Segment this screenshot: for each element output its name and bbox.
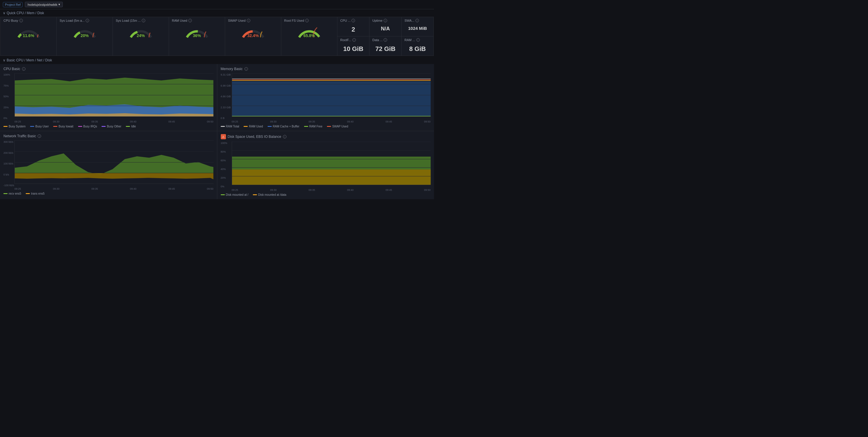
quick-stats-row: CPU Busy i 11.6% Sys Load (5m a... i 20%	[0, 17, 434, 56]
x-labels-disk: 09:25 09:30 09:35 09:40 09:45 09:50	[221, 188, 431, 192]
legend-disk-data: Disk mounted at /data	[253, 193, 286, 196]
header: Project Ref hvdelujxlxstpxkhwbtk ▾	[0, 0, 434, 9]
legend-network: recv ens5 trans ens5	[3, 192, 214, 195]
legend-color-ram-total	[221, 126, 225, 127]
small-stat-title-uptime: Uptime	[372, 19, 382, 22]
info-icon-disk-chart[interactable]: i	[283, 135, 286, 139]
info-icon-ram-used[interactable]: i	[188, 19, 192, 22]
disk-chart-svg	[232, 142, 431, 185]
info-icon-swap-used[interactable]: i	[247, 19, 250, 22]
legend-busy-user: Busy User	[30, 125, 49, 128]
small-stat-ram-size: RAM ... i 8 GiB	[402, 36, 433, 56]
info-icon-sys-load-5m[interactable]: i	[86, 19, 89, 22]
gauge-value-ram-used: 36%	[193, 33, 201, 38]
legend-label-disk-root: Disk mounted at /	[226, 193, 249, 196]
gauge-value-swap-used: 32.4%	[247, 33, 259, 38]
project-ref-dropdown[interactable]: hvdelujxlxstpxkhwbtk ▾	[25, 2, 63, 7]
x-labels-memory: 09:25 09:30 09:35 09:40 09:45 09:50	[221, 120, 431, 123]
gauge-title-sys-load-5m: Sys Load (5m a...	[60, 19, 85, 22]
gauge-swap-used: 32.4%	[240, 24, 266, 38]
small-stat-value-cpu: 2	[340, 24, 366, 34]
small-stat-title-rootfs: RootF...	[340, 38, 351, 42]
svg-marker-3	[232, 81, 431, 116]
chart-area-memory: 9.31 GiB 6.98 GiB 4.66 GiB 2.33 GiB 0 B	[221, 73, 431, 120]
chart-title-network: Network Traffic Basic i	[3, 134, 214, 138]
gauge-title-ram-used: RAM Used	[172, 19, 187, 22]
grid-line	[232, 176, 431, 176]
legend-disk-root: Disk mounted at /	[221, 193, 249, 196]
legend-label-ram-used: RAM Used	[249, 125, 263, 128]
info-icon-swap-size[interactable]: i	[415, 19, 419, 22]
x-labels-network: 09:25 09:30 09:35 09:40 09:45 09:50	[3, 187, 214, 190]
grid-line	[232, 95, 431, 95]
chart-inner-network	[14, 141, 214, 184]
gauge-card-root-fs: Root FS Used i 65.8%	[281, 17, 337, 56]
legend-color-busy-system	[3, 126, 7, 127]
info-icon-sys-load-15m[interactable]: i	[142, 19, 145, 22]
chart-cpu-basic: CPU Basic i 100% 75% 50% 25% 0%	[0, 64, 217, 131]
svg-marker-11	[232, 169, 431, 185]
project-ref-value-text: hvdelujxlxstpxkhwbtk	[28, 3, 57, 6]
legend-label-busy-other: Busy Other	[107, 125, 121, 128]
info-icon-network-chart[interactable]: i	[38, 135, 41, 138]
quick-section-title: Quick CPU / Mem / Disk	[7, 11, 44, 15]
legend-color-ram-cache	[268, 126, 272, 127]
chart-inner-cpu	[14, 73, 214, 117]
legend-busy-other: Busy Other	[101, 125, 121, 128]
project-ref-label: Project Ref	[3, 2, 23, 7]
basic-section-title: Basic CPU / Mem / Net / Disk	[7, 58, 52, 62]
collapse-icon[interactable]: ∨	[3, 11, 5, 15]
legend-color-busy-user	[30, 126, 34, 127]
svg-marker-6	[232, 116, 431, 116]
legend-ram-total: RAM Total	[221, 125, 239, 128]
chart-disk-space: ⚠ Disk Space Used, EBS IO Balance i 100%…	[217, 131, 434, 199]
collapse-icon-basic[interactable]: ∨	[3, 58, 5, 62]
info-icon-ram-size[interactable]: i	[416, 38, 420, 42]
legend-trans-ens5: trans ens5	[26, 192, 44, 195]
info-icon-uptime[interactable]: i	[384, 19, 387, 22]
x-labels-cpu: 09:25 09:30 09:35 09:40 09:45 09:50	[3, 120, 214, 123]
gauge-sys-load-15m: 24%	[128, 24, 154, 38]
gauge-title-cpu-busy: CPU Busy	[3, 19, 18, 22]
legend-label-busy-iowait: Busy Iowait	[58, 125, 73, 128]
small-stat-value-rootfs: 10 GiB	[340, 43, 366, 54]
gauge-card-swap-used: SWAP Used i 32.4%	[225, 17, 281, 56]
legend-color-trans	[26, 193, 30, 194]
info-icon-rootfs-size[interactable]: i	[352, 38, 356, 42]
small-stat-title-ram: RAM ...	[404, 38, 415, 42]
grid-line	[15, 106, 214, 106]
info-icon-root-fs[interactable]: i	[305, 19, 309, 22]
gauge-card-ram-used: RAM Used i 36%	[169, 17, 225, 56]
info-icon-data-disk[interactable]: i	[384, 38, 387, 42]
y-labels-disk: 100% 80% 60% 40% 20% 0%	[221, 142, 232, 188]
legend-cpu: Busy System Busy User Busy Iowait Busy I…	[3, 125, 214, 128]
small-stat-value-ram: 8 GiB	[404, 43, 431, 54]
chart-label-disk: Disk Space Used, EBS IO Balance	[228, 135, 281, 139]
legend-label-busy-system: Busy System	[9, 125, 26, 128]
small-stat-rootfs-size: RootF... i 10 GiB	[337, 36, 369, 56]
grid-line	[232, 150, 431, 151]
small-stat-swap-size: SWA... i 1024 MiB	[402, 17, 433, 36]
legend-label-ram-free: RAM Free	[309, 125, 322, 128]
info-icon-cpu-busy[interactable]: i	[20, 19, 23, 22]
grid-line	[232, 142, 431, 142]
legend-color-ram-free	[304, 126, 308, 127]
legend-ram-used: RAM Used	[244, 125, 263, 128]
legend-swap-used-mem: SWAP Used	[327, 125, 348, 128]
chart-network-basic: Network Traffic Basic i 300 kb/s 200 kb/…	[0, 131, 217, 199]
gauge-cpu-busy: 11.6%	[16, 24, 42, 38]
legend-label-disk-data: Disk mounted at /data	[258, 193, 286, 196]
info-icon-cpu-chart[interactable]: i	[22, 67, 26, 71]
info-icon-memory-chart[interactable]: i	[245, 67, 248, 71]
legend-color-disk-data	[253, 194, 257, 195]
legend-color-idle	[126, 126, 130, 127]
info-icon-cpu-count[interactable]: i	[351, 19, 355, 22]
legend-busy-irqs: Busy IRQs	[78, 125, 97, 128]
chart-label-network: Network Traffic Basic	[3, 134, 36, 138]
legend-label-recv: recv ens5	[9, 192, 21, 195]
small-stat-cpu-count: CPU ... i 2	[337, 17, 369, 36]
small-stat-title-cpu: CPU ...	[340, 19, 350, 22]
svg-marker-8	[15, 153, 214, 175]
gauge-ram-used: 36%	[184, 24, 210, 38]
small-stat-title-swap: SWA...	[404, 19, 414, 22]
